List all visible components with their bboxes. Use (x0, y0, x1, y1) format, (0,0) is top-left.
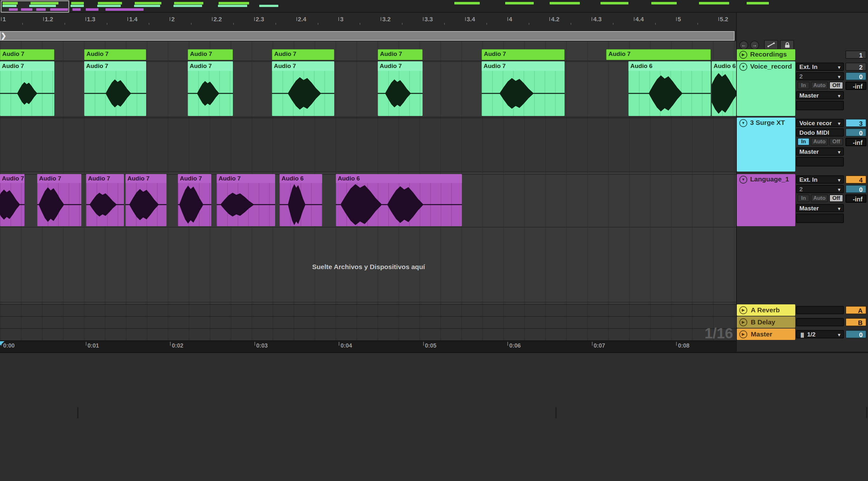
monitor-off-button[interactable]: Off (829, 194, 843, 202)
return-header-a-reverb[interactable]: ▶A Reverb (737, 304, 795, 316)
return-empty-box[interactable] (796, 306, 844, 314)
dropdown-arrow-icon: ▼ (837, 176, 841, 184)
clip-voice-record[interactable]: Audio 7 (482, 61, 565, 116)
master-quantize-dropdown[interactable]: ▐▌1/2▼ (796, 330, 844, 339)
play-icon[interactable]: ▶ (739, 306, 747, 314)
clip-voice-record[interactable]: Audio 7 (188, 61, 233, 116)
track-number-box[interactable]: -inf (845, 194, 866, 203)
routing-ext-in[interactable]: Ext. In▼ (796, 175, 844, 184)
device-resize-handle[interactable] (866, 407, 867, 418)
lock-envelopes-button[interactable] (780, 40, 794, 50)
return-header-master[interactable]: ▶Master (737, 328, 795, 340)
track-number-box[interactable]: 0 (845, 185, 866, 193)
time-ruler-label: 0:02 (172, 343, 183, 349)
overview-clip-block (134, 5, 160, 7)
grid-quantize-label: 1/16 (701, 325, 733, 341)
monitor-off-button[interactable]: Off (829, 138, 843, 146)
track-number-box[interactable]: 1 (845, 51, 866, 59)
play-icon[interactable]: ▶ (739, 51, 747, 59)
clip-voice-record[interactable]: Audio 7 (272, 61, 334, 116)
draw-mode-button[interactable] (764, 40, 778, 50)
dropdown-arrow-icon: ▼ (837, 73, 841, 81)
clip-language[interactable]: Audio 7 (125, 174, 166, 226)
clip-voice-record[interactable]: Audio 7 (0, 61, 54, 116)
routing-empty-box[interactable] (796, 214, 844, 223)
routing-2[interactable]: 2▼ (796, 185, 844, 193)
playhead-icon[interactable] (0, 341, 5, 346)
clip-language[interactable]: Audio 7 (178, 174, 211, 226)
monitor-auto-button[interactable]: Auto (811, 138, 828, 146)
play-icon[interactable]: ▶ (739, 330, 747, 339)
clip-voice-record[interactable]: Audio 7 (84, 61, 146, 116)
fold-icon[interactable]: ▼ (739, 119, 747, 127)
beat-ruler-subtick (655, 23, 656, 25)
return-number-box[interactable]: A (845, 306, 866, 314)
routing-master[interactable]: Master▼ (796, 91, 844, 99)
clip-voice-record[interactable]: Audio 7 (378, 61, 423, 116)
track-number-box[interactable]: 3 (845, 119, 866, 127)
monitor-auto-button[interactable]: Auto (811, 82, 828, 89)
nav-back-button[interactable]: ← (739, 41, 748, 50)
return-lane[interactable] (0, 316, 736, 328)
track-header-3-surge-xt[interactable]: ▼3 Surge XT (737, 118, 795, 171)
track-number-box[interactable]: 0 (845, 128, 866, 137)
clip-language[interactable]: Audio 7 (86, 174, 124, 226)
device-resize-handle[interactable] (555, 407, 557, 418)
clip-language[interactable]: Audio 6 (280, 174, 322, 226)
routing-voice-recor[interactable]: Voice recor▼ (796, 119, 844, 127)
track-header-language-1[interactable]: ▼Language_1 (737, 174, 795, 226)
return-header-b-delay[interactable]: ▶B Delay (737, 316, 795, 328)
clip-voice-record[interactable]: Audio 6 (712, 61, 736, 116)
monitor-in-button[interactable]: In (798, 82, 810, 89)
clip-language[interactable]: Audio 7 (0, 174, 25, 226)
return-number-box[interactable]: B (845, 318, 866, 326)
routing-empty-box[interactable] (796, 157, 844, 166)
time-ruler[interactable]: 0:000:010:020:030:040:050:060:070:08 (0, 341, 736, 352)
track-number-box[interactable]: 2 (845, 63, 866, 71)
track-header-recordings[interactable]: ▶Recordings (737, 49, 795, 60)
routing-master[interactable]: Master▼ (796, 204, 844, 212)
clip-waveform (86, 183, 124, 226)
arrangement-overview[interactable] (0, 0, 868, 13)
clip-recordings[interactable]: Audio 7 (84, 49, 146, 60)
fold-icon[interactable]: ▼ (739, 63, 747, 71)
routing-ext-in[interactable]: Ext. In▼ (796, 63, 844, 71)
scrub-bar[interactable] (0, 31, 735, 41)
track-number-box[interactable]: -inf (845, 138, 866, 146)
arrangement-area[interactable]: Audio 7Audio 7Audio 7Audio 7Audio 7Audio… (0, 41, 736, 341)
routing-empty-box[interactable] (796, 101, 844, 110)
clip-recordings[interactable]: Audio 7 (378, 49, 423, 60)
monitor-in-button[interactable]: In (798, 138, 810, 146)
routing-dodo-midi[interactable]: Dodo MIDI (796, 128, 844, 137)
return-empty-box[interactable] (796, 318, 844, 326)
monitor-off-button[interactable]: Off (829, 82, 843, 89)
routing-master[interactable]: Master▼ (796, 148, 844, 156)
track-number-box[interactable]: -inf (845, 82, 866, 90)
beat-ruler-label: 3.3 (425, 16, 433, 23)
clip-voice-record[interactable]: Audio 6 (628, 61, 711, 116)
track-header-voice-record[interactable]: ▼Voice_record (737, 61, 795, 116)
overview-clip-block (174, 2, 203, 4)
track-number-box[interactable]: 0 (845, 72, 866, 81)
nav-forward-button[interactable]: → (750, 41, 759, 50)
monitor-auto-button[interactable]: Auto (811, 194, 828, 202)
clip-language[interactable]: Audio 7 (37, 174, 81, 226)
play-icon[interactable]: ▶ (739, 318, 747, 326)
routing-2[interactable]: 2▼ (796, 72, 844, 81)
return-lane[interactable] (0, 328, 736, 340)
device-resize-handle[interactable] (77, 407, 79, 418)
clip-recordings[interactable]: Audio 7 (606, 49, 711, 60)
clip-recordings[interactable]: Audio 7 (482, 49, 565, 60)
monitor-in-button[interactable]: In (798, 194, 810, 202)
clip-language[interactable]: Audio 7 (217, 174, 275, 226)
clip-recordings[interactable]: Audio 7 (0, 49, 54, 60)
return-lane[interactable] (0, 304, 736, 316)
clip-recordings[interactable]: Audio 7 (272, 49, 334, 60)
track-number-box[interactable]: 4 (845, 175, 866, 184)
overview-viewport[interactable] (1, 0, 69, 13)
beat-ruler[interactable]: 11.21.31.422.22.32.433.23.33.444.24.34.4… (0, 13, 736, 31)
clip-language[interactable]: Audio 6 (336, 174, 462, 226)
fold-icon[interactable]: ▼ (739, 176, 747, 184)
return-number-box[interactable]: 0 (845, 330, 866, 339)
clip-recordings[interactable]: Audio 7 (188, 49, 233, 60)
